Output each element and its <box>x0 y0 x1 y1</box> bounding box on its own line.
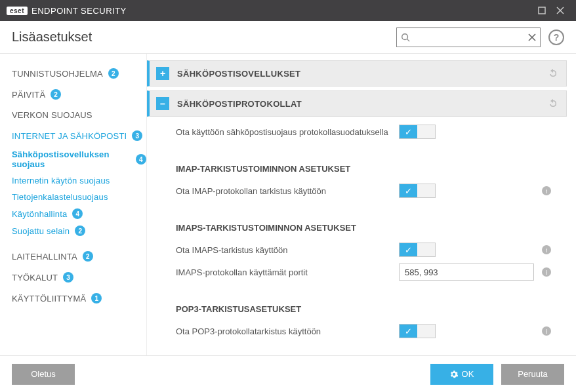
badge: 1 <box>91 293 102 304</box>
window-close-button[interactable] <box>551 1 569 20</box>
default-button[interactable]: Oletus <box>12 364 75 385</box>
section-title: SÄHKÖPOSTIPROTOKOLLAT <box>177 99 540 109</box>
row-enable-imap: Ota IMAP-protokollan tarkistus käyttöön … <box>176 180 556 202</box>
sidebar-item-label: LAITEHALLINTA <box>12 252 77 262</box>
gear-icon <box>450 370 458 378</box>
svg-line-4 <box>407 39 410 41</box>
content: + SÄHKÖPOSTISOVELLUKSET – SÄHKÖPOSTIPROT… <box>147 54 576 355</box>
sidebar-item-device-control[interactable]: LAITEHALLINTA 2 <box>12 246 146 267</box>
row-enable-imaps: Ota IMAPS-tarkistus käyttöön ✓ i <box>176 239 556 261</box>
info-icon[interactable]: i <box>542 267 551 277</box>
badge: 4 <box>136 154 146 165</box>
sidebar-item-label: Internetin käytön suojaus <box>12 176 110 186</box>
help-button[interactable]: ? <box>548 29 564 45</box>
sidebar-item-web-control[interactable]: Käytönhallinta 4 <box>12 205 146 222</box>
setting-label: Ota IMAP-protokollan tarkistus käyttöön <box>176 186 399 196</box>
section-title: SÄHKÖPOSTISOVELLUKSET <box>177 69 540 79</box>
brand: eset ENDPOINT SECURITY <box>7 6 127 16</box>
product-name: ENDPOINT SECURITY <box>31 6 127 16</box>
info-icon[interactable]: i <box>542 186 551 195</box>
row-imaps-ports: IMAPS-protokollan käyttämät portit i <box>176 261 556 283</box>
setting-label: Ota IMAPS-tarkistus käyttöön <box>176 245 399 255</box>
row-enable-email-protection: Ota käyttöön sähköpostisuojaus protokoll… <box>176 121 556 143</box>
check-icon: ✓ <box>405 326 412 336</box>
collapse-icon[interactable]: – <box>156 97 169 110</box>
sidebar-item-update[interactable]: PÄIVITÄ 2 <box>12 84 146 105</box>
setting-label: IMAPS-protokollan käyttämät portit <box>176 267 399 277</box>
sidebar-item-label: Tietojenkalastelusuojaus <box>12 192 108 202</box>
info-icon[interactable]: i <box>542 326 551 336</box>
sidebar-item-tools[interactable]: TYÖKALUT 3 <box>12 267 146 288</box>
toggle-enable-pop3[interactable]: ✓ <box>399 324 436 338</box>
group-heading-imap: IMAP-TARKISTUSTOIMINNON ASETUKSET <box>176 164 399 174</box>
sidebar-item-detection[interactable]: TUNNISTUSOHJELMA 2 <box>12 63 146 84</box>
svg-rect-0 <box>539 7 545 14</box>
page-title: Lisäasetukset <box>12 29 396 45</box>
ok-label: OK <box>462 369 474 379</box>
clear-search-icon[interactable] <box>528 33 536 41</box>
header: Lisäasetukset ? <box>0 21 576 54</box>
window-maximize-button[interactable] <box>533 1 551 20</box>
sidebar-item-label: Käytönhallinta <box>12 209 67 219</box>
setting-label: Ota käyttöön sähköpostisuojaus protokoll… <box>176 127 399 137</box>
info-icon[interactable]: i <box>542 245 551 254</box>
titlebar: eset ENDPOINT SECURITY <box>0 0 576 21</box>
toggle-enable-email-protection[interactable]: ✓ <box>399 125 436 139</box>
section-email-apps[interactable]: + SÄHKÖPOSTISOVELLUKSET <box>147 60 567 87</box>
group-heading-pop3: POP3-TARKISTUSASETUKSET <box>176 304 399 314</box>
check-icon: ✓ <box>405 186 412 196</box>
search-icon <box>401 33 410 42</box>
badge: 2 <box>83 251 93 262</box>
badge: 3 <box>63 272 73 283</box>
sidebar-item-internet-email[interactable]: INTERNET JA SÄHKÖPOSTI 3 <box>12 125 146 146</box>
sidebar-item-secure-browser[interactable]: Suojattu selain 2 <box>12 222 146 239</box>
sidebar-item-label: PÄIVITÄ <box>12 90 45 100</box>
badge: 2 <box>51 89 61 100</box>
sidebar-item-label: Sähköpostisovelluksen suojaus <box>12 149 131 169</box>
svg-point-3 <box>402 33 408 39</box>
revert-icon[interactable] <box>548 68 558 79</box>
sidebar-item-label: TYÖKALUT <box>12 273 58 283</box>
badge: 4 <box>72 208 83 219</box>
sidebar-item-label: KÄYTTÖLIITTYMÄ <box>12 294 86 304</box>
setting-label: Ota POP3-protokollatarkistus käyttöön <box>176 326 399 336</box>
badge: 2 <box>75 225 85 236</box>
toggle-enable-imaps[interactable]: ✓ <box>399 243 436 257</box>
sidebar-item-label: INTERNET JA SÄHKÖPOSTI <box>12 131 127 141</box>
toggle-enable-imap[interactable]: ✓ <box>399 184 436 198</box>
sidebar-item-label: TUNNISTUSOHJELMA <box>12 69 103 79</box>
row-enable-pop3: Ota POP3-protokollatarkistus käyttöön ✓ … <box>176 320 556 342</box>
footer: Oletus OK Peruuta <box>0 355 576 392</box>
check-icon: ✓ <box>405 127 412 137</box>
group-heading-imaps: IMAPS-TARKISTUSTOIMINNON ASETUKSET <box>176 223 399 233</box>
badge: 3 <box>132 130 142 141</box>
check-icon: ✓ <box>405 245 412 255</box>
cancel-button[interactable]: Peruuta <box>501 364 564 385</box>
sidebar-item-antiphishing[interactable]: Tietojenkalastelusuojaus <box>12 189 146 205</box>
search-field-wrap[interactable] <box>396 28 541 47</box>
expand-icon[interactable]: + <box>156 67 169 80</box>
sidebar-item-web-access[interactable]: Internetin käytön suojaus <box>12 172 146 189</box>
section-email-protocols[interactable]: – SÄHKÖPOSTIPROTOKOLLAT <box>147 90 567 117</box>
imaps-ports-input[interactable] <box>399 264 534 281</box>
brand-logo: eset <box>7 7 28 15</box>
sidebar-item-email-client-protection[interactable]: Sähköpostisovelluksen suojaus 4 <box>12 146 146 172</box>
sidebar-item-label: Suojattu selain <box>12 226 70 236</box>
sidebar-item-ui[interactable]: KÄYTTÖLIITTYMÄ 1 <box>12 288 146 309</box>
badge: 2 <box>108 68 119 79</box>
ok-button[interactable]: OK <box>430 364 493 385</box>
sidebar-item-network[interactable]: VERKON SUOJAUS <box>12 105 146 125</box>
search-input[interactable] <box>414 32 524 42</box>
sidebar-item-label: VERKON SUOJAUS <box>12 110 93 120</box>
revert-icon[interactable] <box>548 98 558 109</box>
sidebar: TUNNISTUSOHJELMA 2 PÄIVITÄ 2 VERKON SUOJ… <box>0 54 147 355</box>
